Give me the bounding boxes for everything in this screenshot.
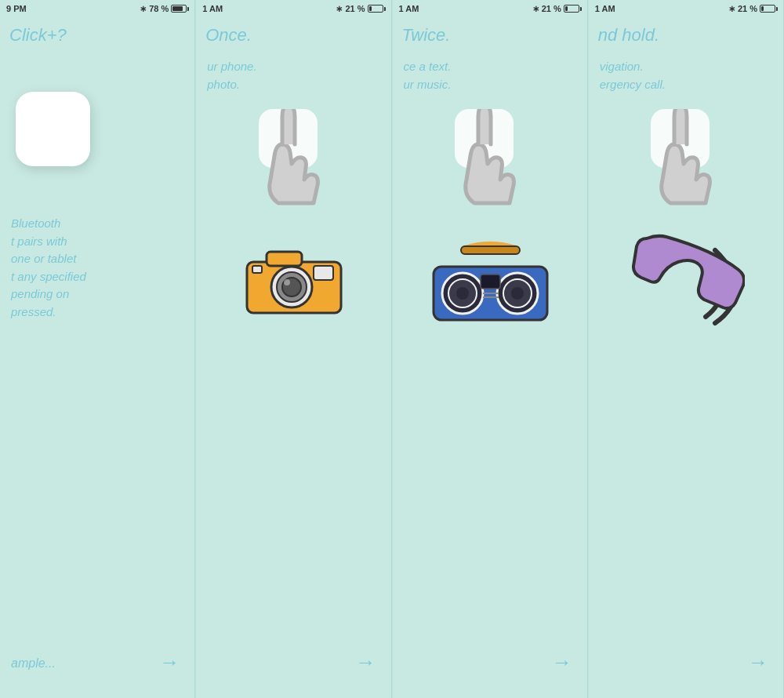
battery-icon-3 bbox=[564, 5, 582, 13]
screens-container: 9 PM ∗ 78% Click+? Bluetootht pairs with… bbox=[0, 0, 784, 698]
svg-point-6 bbox=[284, 279, 290, 285]
svg-point-14 bbox=[456, 287, 469, 300]
boombox-icon-area bbox=[393, 219, 588, 344]
svg-point-17 bbox=[511, 287, 524, 300]
bt-icon-3: ∗ bbox=[532, 4, 539, 14]
subtitle-2: ur phone.photo. bbox=[196, 50, 391, 101]
hand-gesture-3 bbox=[447, 109, 533, 211]
camera-icon-area bbox=[196, 219, 391, 344]
example-text-1: ample... bbox=[11, 656, 56, 671]
svg-rect-18 bbox=[481, 274, 500, 289]
bt-icon-1: ∗ bbox=[140, 4, 147, 14]
screen-2: 1 AM ∗ 21% Once. ur phone.photo. bbox=[196, 0, 392, 698]
screen-3: 1 AM ∗ 21% Twice. ce a text.ur music. bbox=[393, 0, 589, 698]
device-area-4 bbox=[589, 101, 784, 219]
boombox-svg bbox=[430, 237, 551, 327]
arrow-2[interactable]: → bbox=[356, 650, 376, 674]
camera-svg bbox=[243, 242, 345, 321]
status-bar-2: 1 AM ∗ 21% bbox=[196, 0, 391, 17]
hand-gesture-4 bbox=[643, 109, 729, 211]
status-bar-3: 1 AM ∗ 21% bbox=[393, 0, 588, 17]
battery-pct-2: 21 bbox=[345, 4, 354, 13]
arrow-3[interactable]: → bbox=[552, 650, 572, 674]
status-bar-4: 1 AM ∗ 21% bbox=[589, 0, 784, 17]
phone-icon-area bbox=[589, 219, 784, 344]
screen-title-1: Click+? bbox=[0, 17, 195, 50]
screen-title-3: Twice. bbox=[393, 17, 588, 50]
battery-icon-1 bbox=[171, 5, 189, 13]
svg-rect-10 bbox=[461, 246, 520, 254]
description-1: Bluetootht pairs withone or tablett any … bbox=[0, 207, 195, 329]
time-3: 1 AM bbox=[399, 4, 419, 13]
status-bar-1: 9 PM ∗ 78% bbox=[0, 0, 195, 17]
screen-4: 1 AM ∗ 21% nd hold. vigation.ergency cal… bbox=[589, 0, 784, 698]
phone-svg bbox=[627, 231, 745, 333]
device-area-3 bbox=[393, 101, 588, 219]
device-area-1 bbox=[0, 50, 195, 207]
svg-rect-7 bbox=[314, 266, 333, 280]
device-button[interactable] bbox=[16, 92, 90, 166]
battery-pct-3: 21 bbox=[542, 4, 551, 13]
svg-rect-8 bbox=[252, 266, 262, 273]
svg-rect-2 bbox=[267, 252, 302, 266]
screen-1: 9 PM ∗ 78% Click+? Bluetootht pairs with… bbox=[0, 0, 196, 698]
battery-pct-4: 21 bbox=[738, 4, 747, 13]
time-2: 1 AM bbox=[202, 4, 223, 13]
bt-icon-4: ∗ bbox=[728, 4, 735, 14]
arrow-1[interactable]: → bbox=[159, 650, 180, 674]
battery-icon-2 bbox=[368, 5, 386, 13]
bt-icon-2: ∗ bbox=[336, 4, 343, 14]
battery-pct-1: 78 bbox=[149, 4, 158, 13]
screen-title-4: nd hold. bbox=[589, 17, 784, 50]
subtitle-4: vigation.ergency call. bbox=[589, 50, 784, 101]
time-1: 9 PM bbox=[6, 4, 27, 13]
device-area-2 bbox=[196, 101, 391, 219]
battery-icon-4 bbox=[760, 5, 778, 13]
time-4: 1 AM bbox=[595, 4, 615, 13]
subtitle-3: ce a text.ur music. bbox=[393, 50, 588, 101]
screen-title-2: Once. bbox=[196, 17, 391, 50]
arrow-4[interactable]: → bbox=[748, 650, 768, 674]
hand-gesture-2 bbox=[251, 109, 337, 211]
